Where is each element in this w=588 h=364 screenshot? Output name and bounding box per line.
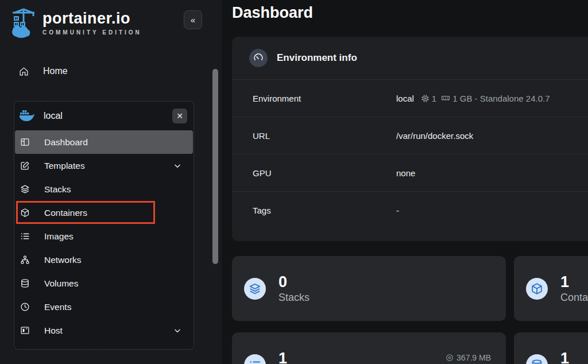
chevron-down-icon[interactable] <box>173 162 181 170</box>
row-label: URL <box>253 131 396 141</box>
memory-spec: 1 GB - Standalone 24.0.7 <box>441 94 550 103</box>
row-label: Tags <box>253 206 396 215</box>
environment-info-title: Environment info <box>277 52 357 64</box>
stacks-stat-icon <box>244 278 266 300</box>
containers-icon <box>20 208 30 218</box>
logo-title: portainer.io <box>42 10 142 28</box>
row-value: none <box>396 168 415 178</box>
disk-icon <box>446 354 454 362</box>
sidebar-item-home[interactable]: Home <box>0 60 222 83</box>
sidebar: portainer.io COMMUNITY EDITION « Home lo… <box>0 0 222 364</box>
row-label: Environment <box>253 94 396 103</box>
portainer-logo-icon <box>9 7 38 39</box>
chevron-down-icon[interactable] <box>173 327 181 335</box>
environment-group: local ✕ Dashboard Templates <box>14 101 194 350</box>
sidebar-item-label: Stacks <box>44 184 71 195</box>
sidebar-item-templates[interactable]: Templates <box>15 154 193 177</box>
sidebar-item-label: Templates <box>44 161 85 171</box>
environment-info-header: Environment info <box>232 37 588 79</box>
close-icon: ✕ <box>176 111 183 121</box>
containers-stat-icon <box>526 278 548 300</box>
gpu-row: GPU none <box>232 154 588 191</box>
url-row: URL /var/run/docker.sock <box>232 117 588 154</box>
row-value: local 1 <box>396 94 550 103</box>
host-icon <box>20 326 30 335</box>
volumes-stat-icon <box>526 354 548 364</box>
logo-subtitle: COMMUNITY EDITION <box>42 29 142 36</box>
volumes-card[interactable]: 1 Volumes <box>514 332 588 364</box>
sidebar-item-label: Volumes <box>44 278 78 289</box>
sidebar-item-label: Host <box>44 326 63 336</box>
cpu-icon <box>421 94 430 103</box>
row-value: - <box>396 206 399 215</box>
sidebar-item-volumes[interactable]: Volumes <box>15 272 193 295</box>
tags-row: Tags - <box>232 191 588 229</box>
sidebar-item-host[interactable]: Host <box>15 319 193 342</box>
stat-count: 1 <box>278 350 312 364</box>
stacks-card[interactable]: 0 Stacks <box>232 256 506 321</box>
events-icon <box>20 302 30 312</box>
cpu-count: 1 <box>432 94 436 103</box>
images-icon <box>20 231 30 241</box>
memory-info: 1 GB - Standalone 24.0.7 <box>452 94 550 103</box>
sidebar-item-label: Images <box>44 231 74 242</box>
environment-name-value: local <box>396 94 414 103</box>
collapse-icon: « <box>191 15 195 25</box>
images-stat-icon <box>244 354 266 364</box>
sidebar-item-label: Containers <box>44 208 87 218</box>
docker-whale-icon <box>20 110 34 122</box>
row-value: /var/run/docker.sock <box>396 131 473 141</box>
stat-count: 0 <box>278 274 310 290</box>
sidebar-item-dashboard[interactable]: Dashboard <box>15 130 193 154</box>
stat-label: Containers <box>560 292 588 304</box>
sidebar-collapse-button[interactable]: « <box>184 10 202 29</box>
sidebar-item-label: Home <box>43 66 68 76</box>
sidebar-item-events[interactable]: Events <box>15 295 193 319</box>
gauge-icon <box>249 49 268 67</box>
sidebar-scrollbar[interactable] <box>212 69 218 264</box>
cpu-spec: 1 <box>421 94 436 103</box>
sidebar-item-networks[interactable]: Networks <box>15 248 193 272</box>
networks-icon <box>20 255 30 265</box>
stat-label: Stacks <box>278 292 310 304</box>
containers-card[interactable]: 1 Containers <box>514 256 588 321</box>
sidebar-item-label: Dashboard <box>44 137 88 148</box>
volumes-icon <box>20 278 30 288</box>
templates-icon <box>20 161 30 171</box>
environment-header: local ✕ <box>14 102 194 130</box>
stacks-icon <box>20 184 30 194</box>
memory-icon <box>441 94 450 103</box>
sidebar-item-label: Networks <box>44 255 82 265</box>
stat-count: 1 <box>560 350 588 364</box>
environment-row: Environment local 1 <box>232 79 588 117</box>
images-card[interactable]: 1 Images 367.9 MB <box>232 332 506 364</box>
environment-close-button[interactable]: ✕ <box>172 109 187 123</box>
sidebar-item-label: Events <box>44 302 71 312</box>
stat-count: 1 <box>560 274 588 290</box>
images-total-size: 367.9 MB <box>446 353 491 362</box>
environment-info-panel: Environment info Environment local <box>232 37 588 241</box>
environment-name: local <box>44 111 63 121</box>
main-content: Dashboard Environment info Environment l… <box>222 0 588 364</box>
sidebar-item-images[interactable]: Images <box>15 224 193 248</box>
page-title: Dashboard <box>232 3 588 22</box>
sidebar-item-stacks[interactable]: Stacks <box>15 177 193 201</box>
home-icon <box>19 67 29 76</box>
dashboard-stats-grid: 0 Stacks 1 Containers <box>232 256 588 364</box>
dashboard-icon <box>20 137 30 147</box>
sidebar-item-containers[interactable]: Containers <box>15 201 193 224</box>
row-label: GPU <box>253 168 396 178</box>
